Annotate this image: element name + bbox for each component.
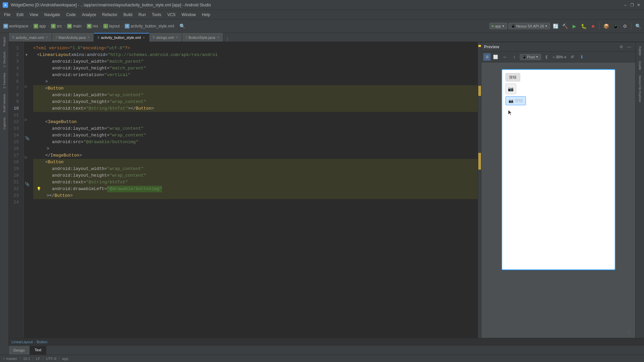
search-toolbar-icon[interactable]: 🔍 [178, 22, 186, 30]
rebuild-button[interactable]: 🔨 [561, 22, 569, 30]
run-button[interactable]: ▶ [570, 22, 578, 30]
avd-manager-button[interactable]: 📱 [611, 22, 620, 30]
menu-item-help[interactable]: Help [199, 11, 213, 18]
bc-sep-3: › [64, 24, 65, 28]
menu-item-vcs[interactable]: VCS [165, 11, 178, 18]
search-everywhere-button[interactable]: 🔍 [634, 22, 642, 30]
preview-button-1[interactable]: 按钮 [505, 73, 520, 81]
sync-button[interactable]: 🔄 [551, 22, 559, 30]
preview-prev-arrow[interactable]: ⟪ [543, 53, 550, 61]
device-configuration[interactable]: 📱 Nexus 5X API 26 ▼ [508, 23, 550, 29]
sdk-manager-button[interactable]: 📦 [602, 22, 610, 30]
menu-item-navigate[interactable]: Navigate [42, 11, 63, 18]
status-position[interactable]: 10:1 [23, 357, 30, 361]
menu-item-refactor[interactable]: Refactor [100, 11, 120, 18]
sidebar-tab-project[interactable]: Project [1, 34, 7, 49]
fold-icon-line2[interactable]: ▼ [25, 52, 28, 58]
sidebar-tab-gradle[interactable]: Gradle [637, 58, 643, 73]
stop-button[interactable]: ■ [589, 22, 597, 30]
code-line-17: </ImageButton> [33, 152, 478, 159]
settings-button[interactable]: ⚙ [621, 22, 629, 30]
editor-scrollbar[interactable] [478, 42, 481, 338]
tab-activity-main[interactable]: X activity_main.xml × [9, 33, 52, 42]
menu-item-analyze[interactable]: Analyze [79, 11, 99, 18]
tab-close-strings[interactable]: × [175, 35, 178, 40]
breadcrumb-layout[interactable]: L layout [102, 23, 121, 29]
menu-item-view[interactable]: View [27, 11, 41, 18]
tab-mainactivity[interactable]: J MainActivity.java × [52, 33, 94, 42]
preview-blueprint-mode[interactable]: ⬜ [492, 53, 499, 61]
menu-item-code[interactable]: Code [63, 11, 78, 18]
debug-button[interactable]: 🐛 [580, 22, 588, 30]
tab-close-activity-button-style[interactable]: × [142, 36, 146, 40]
menu-item-edit[interactable]: Edit [14, 11, 26, 18]
zoom-out-button[interactable]: − [552, 54, 555, 60]
breadcrumb-app[interactable]: A app [32, 23, 47, 29]
tab-buttonstyle[interactable]: J ButtonStyle.java × [182, 33, 223, 42]
preview-design-mode[interactable]: 🖥 [483, 53, 491, 61]
sidebar-tab-favorites[interactable]: 2: Favorites [1, 70, 7, 91]
code-content[interactable]: <?xml version="1.0" encoding="utf-8"?> <… [31, 42, 478, 338]
tab-list-button[interactable]: ⋮ [224, 37, 231, 42]
preview-fit-vertical[interactable]: ↕ [511, 53, 518, 61]
close-button[interactable]: ✕ [636, 2, 641, 8]
fold-icon-line18[interactable]: ▷ [25, 155, 28, 159]
sidebar-tab-structure[interactable]: 1: Structure [1, 49, 7, 70]
status-context[interactable]: app [62, 357, 68, 361]
line-ending-label: LF [36, 357, 40, 361]
preview-refresh-button[interactable]: ↺ [569, 53, 576, 61]
fold-icon-line12[interactable]: ▷ [25, 116, 28, 123]
src-breadcrumb-icon: S [51, 24, 56, 28]
breadcrumb-res[interactable]: R res [86, 23, 100, 29]
sidebar-tab-device-file-explorer[interactable]: Device File Explorer [637, 73, 643, 105]
sidebar-tab-palette[interactable]: Palette [637, 44, 643, 58]
preview-info-button[interactable]: ℹ [578, 53, 585, 61]
src-label: src [57, 24, 62, 28]
zoom-percent: 30% [556, 55, 563, 59]
status-line-ending[interactable]: LF [36, 357, 40, 361]
preview-settings-button[interactable]: ⚙ [618, 44, 625, 50]
resize-handle[interactable]: ⟋ [627, 328, 632, 335]
breadcrumb-button[interactable]: Button [37, 340, 47, 344]
run-configuration[interactable]: ▶ app ▼ [489, 23, 507, 29]
code-line-18: <Button [33, 159, 478, 166]
minimize-button[interactable]: ─ [623, 2, 628, 8]
preview-minimize-button[interactable]: — [626, 44, 633, 50]
bc-sep-2: › [48, 24, 49, 28]
res-label: res [93, 24, 98, 28]
menu-item-file[interactable]: File [1, 11, 13, 18]
code-line-12: <ImageButton [33, 119, 478, 125]
menu-item-tools[interactable]: Tools [149, 11, 164, 18]
menu-item-build[interactable]: Build [121, 11, 135, 18]
sidebar-tab-build-variants[interactable]: Build Variants [1, 91, 7, 115]
branch-icon: ⑂ [3, 357, 5, 361]
preview-image-button[interactable]: 📷 [505, 83, 516, 94]
breadcrumb-src[interactable]: S src [50, 23, 63, 29]
tab-close-buttonstyle[interactable]: × [217, 35, 220, 40]
breadcrumb-workspace[interactable]: W workspace [2, 23, 30, 29]
zoom-in-button[interactable]: + [564, 54, 567, 60]
fold-icon-line7[interactable]: ▷ [25, 83, 28, 90]
status-branch[interactable]: ⑂ master [3, 357, 17, 361]
sidebar-tab-captures[interactable]: Captures [1, 115, 7, 132]
tab-design[interactable]: Design [9, 346, 30, 355]
status-encoding[interactable]: UTF-8 [46, 357, 56, 361]
preview-header: Preview ⚙ — [481, 42, 635, 52]
tab-text[interactable]: Text [30, 346, 46, 355]
breadcrumb-main[interactable]: M main [66, 23, 83, 29]
tab-close-activity-main[interactable]: × [45, 35, 48, 40]
breadcrumb-linearlayout[interactable]: LinearLayout [11, 340, 33, 344]
pixel-dropdown[interactable]: 📱 Pixel ▼ [520, 54, 541, 60]
preview-icon-text-button[interactable]: 📷 按钮 [505, 96, 526, 105]
menu-item-run[interactable]: Run [136, 11, 149, 18]
status-sep-1 [20, 356, 20, 361]
editor-preview-split: 1 2 3 4 5 6 7 8 9 10 11 12 13 14 15 16 1 [9, 42, 644, 338]
breadcrumb-file[interactable]: X activity_button_style.xml [123, 23, 175, 29]
tab-activity-button-style[interactable]: X activity_button_style.xml × [94, 33, 149, 42]
tab-close-mainactivity[interactable]: × [87, 35, 90, 40]
preview-fit-button[interactable]: ↔ [501, 53, 508, 61]
menu-item-window[interactable]: Window [179, 11, 199, 18]
lightbulb-icon[interactable]: 💡 [37, 186, 41, 192]
maximize-button[interactable]: ❐ [629, 2, 635, 8]
tab-strings[interactable]: X strings.xml × [149, 33, 182, 42]
